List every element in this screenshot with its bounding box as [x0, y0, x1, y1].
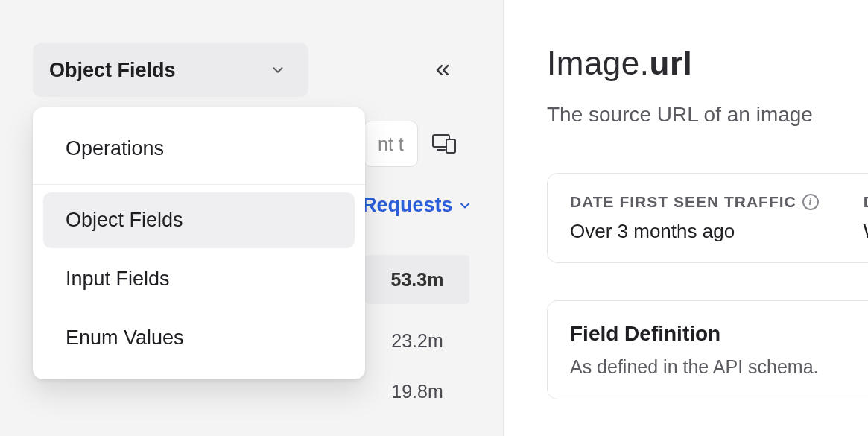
dropdown-option-enum-values[interactable]: Enum Values: [43, 310, 355, 366]
dropdown-separator: [33, 184, 365, 185]
option-label: Input Fields: [66, 268, 170, 290]
devices-button[interactable]: [426, 125, 462, 161]
svg-rect-2: [446, 139, 455, 153]
field-description: The source URL of an image: [547, 103, 868, 127]
field-name: url: [650, 45, 693, 81]
requests-cell[interactable]: 23.2m: [365, 316, 469, 365]
dropdown-option-operations[interactable]: Operations: [43, 121, 355, 177]
devices-icon: [431, 132, 457, 154]
meta-label-text: DAT: [864, 193, 868, 211]
meta-value: Wit: [864, 220, 868, 243]
meta-first-seen: DATE FIRST SEEN TRAFFIC i Over 3 months …: [570, 193, 819, 243]
requests-cell[interactable]: 19.8m: [365, 367, 469, 416]
field-definition-card: Field Definition As defined in the API s…: [547, 300, 868, 399]
option-label: Enum Values: [66, 326, 184, 349]
chevron-down-icon: [270, 62, 286, 78]
meta-label: DAT: [864, 193, 868, 211]
partial-input-fragment: nt t: [364, 121, 418, 167]
requests-value: 53.3m: [391, 269, 444, 291]
collapse-panel-button[interactable]: [425, 52, 460, 88]
option-label: Operations: [66, 137, 164, 159]
view-selector-button[interactable]: Object Fields: [33, 43, 308, 97]
chevron-double-left-icon: [432, 60, 453, 80]
option-label: Object Fields: [66, 209, 183, 231]
requests-column-label: Requests: [362, 194, 453, 217]
view-selector-label: Object Fields: [49, 59, 270, 82]
requests-cell[interactable]: 53.3m: [365, 255, 469, 304]
requests-value: 19.8m: [391, 381, 443, 402]
traffic-meta-card: DATE FIRST SEEN TRAFFIC i Over 3 months …: [547, 173, 868, 263]
field-title: Image.url: [547, 45, 868, 82]
requests-column-header[interactable]: Requests: [362, 194, 472, 217]
detail-panel: Image.url The source URL of an image DAT…: [504, 0, 868, 436]
info-icon[interactable]: i: [802, 194, 819, 210]
meta-second: DAT Wit: [864, 193, 868, 243]
meta-label: DATE FIRST SEEN TRAFFIC i: [570, 193, 819, 211]
view-selector-dropdown: Operations Object Fields Input Fields En…: [33, 107, 365, 379]
dropdown-option-input-fields[interactable]: Input Fields: [43, 251, 355, 307]
type-name: Image.: [547, 45, 650, 81]
meta-value: Over 3 months ago: [570, 220, 819, 243]
meta-label-text: DATE FIRST SEEN TRAFFIC: [570, 193, 796, 211]
partial-input-text: nt t: [378, 133, 404, 155]
left-panel: Object Fields nt t Requests 53.3m 23.2m …: [0, 0, 503, 436]
requests-value: 23.2m: [391, 330, 443, 352]
dropdown-option-object-fields[interactable]: Object Fields: [43, 192, 355, 248]
definition-subtitle: As defined in the API schema.: [570, 356, 868, 378]
definition-title: Field Definition: [570, 322, 868, 346]
chevron-down-icon: [457, 198, 472, 213]
